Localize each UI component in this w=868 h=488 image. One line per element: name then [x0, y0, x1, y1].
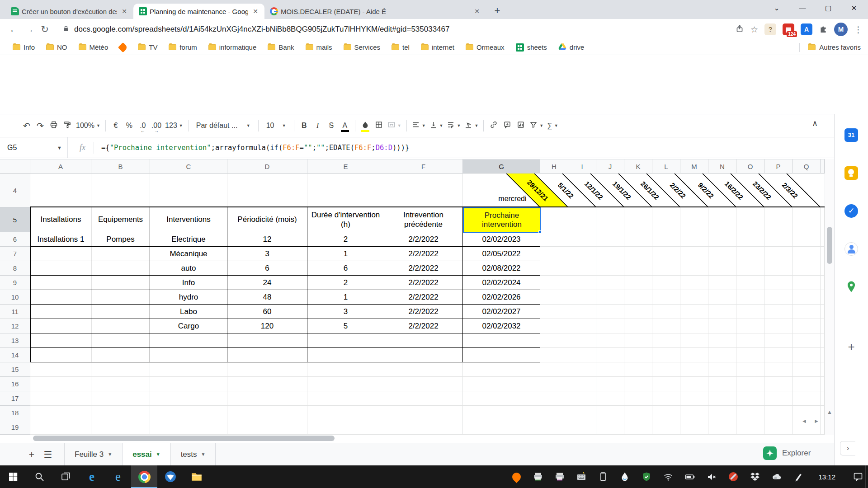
grid-cell[interactable]: [652, 348, 680, 362]
grid-cell[interactable]: [596, 276, 624, 290]
grid-cell[interactable]: [91, 377, 150, 391]
row-header-11[interactable]: 11: [0, 305, 30, 319]
table-cell[interactable]: 2/2/2022: [384, 305, 463, 319]
grid-cell[interactable]: [652, 276, 680, 290]
grid-cell[interactable]: [680, 305, 708, 319]
grid-cell[interactable]: [764, 406, 793, 420]
row-header-19[interactable]: 19: [0, 420, 30, 435]
table-cell[interactable]: Interventions: [150, 207, 227, 232]
grid-cell[interactable]: [821, 261, 825, 276]
grid-cell[interactable]: [793, 319, 821, 333]
grid-cell[interactable]: [708, 305, 736, 319]
grid-cell[interactable]: [540, 420, 568, 435]
grid-cell[interactable]: [793, 247, 821, 261]
grid-cell[interactable]: [596, 305, 624, 319]
search-taskbar-button[interactable]: [26, 465, 52, 488]
table-cell[interactable]: [91, 290, 150, 305]
grid-cell[interactable]: [680, 362, 708, 377]
table-cell[interactable]: [384, 348, 463, 362]
merge-cells-button[interactable]: ▼: [386, 118, 403, 133]
grid-cell[interactable]: [736, 305, 764, 319]
grid-cell[interactable]: [680, 247, 708, 261]
table-cell[interactable]: 5: [307, 319, 384, 333]
row-header-8[interactable]: 8: [0, 261, 30, 276]
column-header-F[interactable]: F: [384, 159, 463, 174]
grid-cell[interactable]: [736, 420, 764, 435]
reload-icon[interactable]: ↻: [37, 24, 52, 35]
bookmark-item[interactable]: tel: [389, 42, 412, 52]
column-header-I[interactable]: I: [568, 159, 596, 174]
tab-close-icon[interactable]: ✕: [472, 8, 481, 15]
grid-cell[interactable]: [821, 276, 825, 290]
sheet-tab-essai[interactable]: essai▼: [123, 443, 170, 465]
table-cell[interactable]: 02/02/2027: [463, 305, 540, 319]
grid-cell[interactable]: [540, 362, 568, 377]
table-cell[interactable]: Electrique: [150, 232, 227, 247]
grid-cell[interactable]: [680, 261, 708, 276]
wifi-icon[interactable]: [663, 471, 674, 482]
grid-cell[interactable]: [568, 333, 596, 348]
grid-cell[interactable]: [821, 305, 825, 319]
edge-taskbar-button[interactable]: e: [79, 465, 105, 488]
grid-cell[interactable]: [596, 362, 624, 377]
grid-cell[interactable]: [708, 247, 736, 261]
grid-cell[interactable]: [624, 207, 652, 232]
grid-cell[interactable]: [624, 377, 652, 391]
grid-cell[interactable]: [30, 362, 91, 377]
grid-cell[interactable]: [624, 319, 652, 333]
grid-cell[interactable]: [680, 290, 708, 305]
bookmark-item[interactable]: Info: [10, 42, 38, 52]
table-cell[interactable]: Installations: [30, 207, 91, 232]
grid-cell[interactable]: [652, 377, 680, 391]
grid-cell[interactable]: [463, 377, 540, 391]
onedrive-icon[interactable]: [771, 471, 782, 482]
grid-cell[interactable]: [624, 261, 652, 276]
start-taskbar-button[interactable]: [0, 465, 26, 488]
undo-button[interactable]: ↶: [20, 118, 33, 133]
grid-cell[interactable]: [384, 362, 463, 377]
grid-cell[interactable]: [596, 406, 624, 420]
grid-cell[interactable]: [736, 377, 764, 391]
browser-tab[interactable]: Planning de maintenance - Goog✕: [133, 4, 264, 19]
table-cell[interactable]: Pompes: [91, 232, 150, 247]
grid-cell[interactable]: [150, 406, 227, 420]
table-cell[interactable]: 6: [227, 261, 307, 276]
grid-cell[interactable]: [736, 207, 764, 232]
grid-cell[interactable]: [708, 232, 736, 247]
grid-cell[interactable]: [568, 362, 596, 377]
vertical-scrollbar[interactable]: [825, 159, 834, 435]
grid-cell[interactable]: [736, 276, 764, 290]
grid-cell[interactable]: [821, 232, 825, 247]
table-cell[interactable]: [307, 333, 384, 348]
grid-cell[interactable]: [764, 276, 793, 290]
table-cell[interactable]: Périodicité (mois): [227, 207, 307, 232]
grid-cell[interactable]: [652, 247, 680, 261]
table-cell[interactable]: 3: [227, 247, 307, 261]
grid-cell[interactable]: [540, 406, 568, 420]
grid-cell[interactable]: [680, 207, 708, 232]
table-cell[interactable]: [227, 333, 307, 348]
grid-cell[interactable]: [708, 207, 736, 232]
grid-cell[interactable]: [596, 377, 624, 391]
grid-cell[interactable]: [568, 290, 596, 305]
table-cell[interactable]: [307, 348, 384, 362]
table-cell[interactable]: [91, 333, 150, 348]
grid-cell[interactable]: [624, 333, 652, 348]
grid-cell[interactable]: [764, 290, 793, 305]
bookmark-item[interactable]: drive: [556, 42, 587, 53]
name-box[interactable]: G5 ▼: [0, 137, 68, 158]
column-header-P[interactable]: P: [764, 159, 793, 174]
grid-cell[interactable]: [680, 377, 708, 391]
grid-cell[interactable]: [568, 276, 596, 290]
grid-cell[interactable]: [596, 348, 624, 362]
back-icon[interactable]: ←: [6, 24, 22, 35]
table-cell[interactable]: 2/2/2022: [384, 261, 463, 276]
grid-cell[interactable]: [540, 232, 568, 247]
grid-cell[interactable]: [793, 261, 821, 276]
grid-cell[interactable]: [568, 319, 596, 333]
grid-cell[interactable]: [708, 276, 736, 290]
table-cell[interactable]: 2/2/2022: [384, 319, 463, 333]
bookmark-item[interactable]: [117, 43, 129, 52]
fill-color-button[interactable]: [359, 118, 372, 133]
file-explorer-taskbar-button[interactable]: [184, 465, 210, 488]
